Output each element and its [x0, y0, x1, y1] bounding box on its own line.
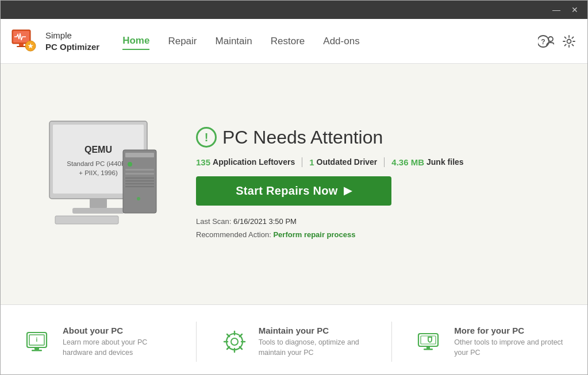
svg-rect-47 — [424, 349, 433, 350]
svg-rect-24 — [125, 180, 154, 181]
maintain-pc-icon — [220, 327, 249, 357]
svg-text:Standard PC (i440FX: Standard PC (i440FX — [67, 160, 130, 167]
svg-line-40 — [227, 334, 229, 337]
svg-rect-26 — [125, 186, 154, 187]
svg-rect-32 — [34, 347, 39, 350]
logo-text: Simple PC Optimizer — [45, 30, 99, 52]
stat-app-leftovers: 135 Application Leftovers — [196, 157, 302, 167]
header: ★ Simple PC Optimizer Home Repair Mainta… — [1, 19, 587, 64]
stats-row: 135 Application Leftovers 1 Outdated Dri… — [196, 157, 471, 167]
svg-point-35 — [231, 338, 238, 345]
more-pc-icon — [415, 327, 445, 357]
svg-rect-22 — [125, 173, 154, 175]
svg-text:★: ★ — [28, 42, 34, 49]
svg-rect-33 — [32, 350, 42, 351]
nav-repair[interactable]: Repair — [168, 33, 197, 49]
pc-illustration: QEMU Standard PC (i440FX + PIIX, 1996) — [24, 110, 173, 259]
right-panel: ! PC Needs Attention 135 Application Lef… — [196, 127, 564, 242]
svg-rect-21 — [125, 169, 154, 171]
nav-addons[interactable]: Add-ons — [323, 33, 359, 49]
svg-rect-16 — [90, 199, 107, 208]
svg-rect-25 — [125, 183, 154, 184]
card-divider-1 — [196, 322, 197, 362]
svg-text:?: ? — [541, 37, 545, 45]
svg-rect-19 — [125, 153, 154, 157]
svg-rect-2 — [19, 44, 24, 46]
nav-home[interactable]: Home — [122, 33, 149, 50]
about-pc-icon: i — [24, 327, 53, 357]
svg-rect-46 — [426, 346, 430, 349]
minimize-button[interactable]: — — [548, 3, 564, 16]
nav-restore[interactable]: Restore — [271, 33, 305, 49]
svg-rect-28 — [55, 216, 118, 224]
svg-rect-17 — [72, 208, 124, 214]
svg-line-42 — [239, 334, 241, 337]
help-user-button[interactable]: ? — [537, 32, 555, 51]
title-bar: — ✕ — [1, 1, 587, 19]
main-content: QEMU Standard PC (i440FX + PIIX, 1996) — [1, 64, 587, 305]
svg-point-9 — [567, 39, 571, 43]
card-more-pc[interactable]: More for your PC Other tools to improve … — [415, 326, 564, 358]
svg-point-27 — [137, 197, 140, 200]
app-logo: ★ — [10, 26, 40, 56]
card-about-pc[interactable]: i About your PC Learn more about your PC… — [24, 326, 173, 358]
more-pc-text: More for your PC Other tools to improve … — [454, 326, 564, 358]
settings-button[interactable] — [560, 32, 578, 51]
svg-point-8 — [548, 37, 553, 41]
svg-line-41 — [239, 347, 241, 349]
attention-icon: ! — [196, 127, 217, 148]
window-controls: — ✕ — [548, 3, 583, 16]
stat-junk-files: 4.36 MB Junk files — [385, 157, 470, 167]
card-divider-2 — [391, 322, 392, 362]
repair-btn-arrow-icon: ▶ — [344, 184, 352, 197]
svg-point-20 — [128, 162, 132, 167]
stat-outdated-driver: 1 Outdated Driver — [302, 157, 385, 167]
start-repairs-button[interactable]: Start Repairs Now ▶ — [196, 176, 391, 206]
header-icons: ? — [537, 32, 578, 51]
nav-maintain[interactable]: Maintain — [216, 33, 252, 49]
logo-area: ★ Simple PC Optimizer — [10, 26, 99, 56]
svg-rect-23 — [125, 177, 154, 179]
perform-repair-link[interactable]: Perform repair process — [273, 230, 355, 239]
main-nav: Home Repair Maintain Restore Add-ons — [122, 33, 359, 50]
svg-text:QEMU: QEMU — [84, 145, 112, 154]
close-button[interactable]: ✕ — [567, 3, 583, 16]
card-maintain-pc[interactable]: Maintain your PC Tools to diagnose, opti… — [220, 326, 369, 358]
svg-text:i: i — [36, 337, 38, 343]
svg-line-43 — [227, 347, 229, 349]
scan-info: Last Scan: 6/16/2021 3:50 PM Recommended… — [196, 215, 356, 242]
attention-title: ! PC Needs Attention — [196, 127, 383, 148]
about-pc-text: About your PC Learn more about your PC h… — [63, 326, 173, 358]
svg-text:+ PIIX, 1996): + PIIX, 1996) — [79, 169, 118, 176]
maintain-pc-text: Maintain your PC Tools to diagnose, opti… — [259, 326, 369, 358]
bottom-section: i About your PC Learn more about your PC… — [1, 305, 587, 375]
svg-rect-3 — [17, 46, 26, 47]
